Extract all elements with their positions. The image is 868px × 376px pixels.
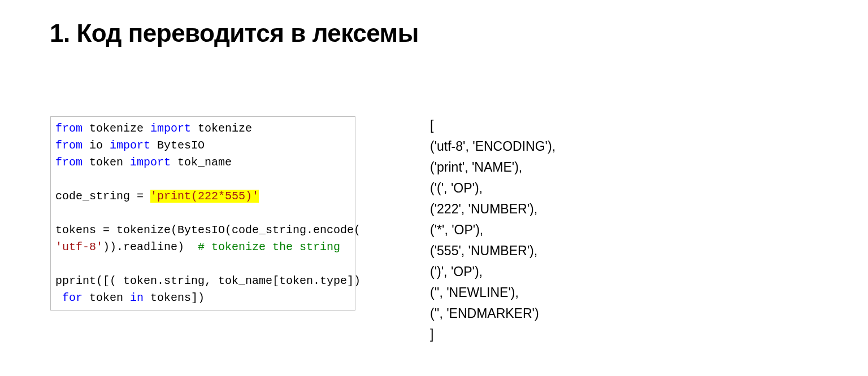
output-line: ('555', 'NUMBER'), bbox=[430, 241, 555, 261]
code-text: tokenize bbox=[191, 122, 252, 135]
code-keyword: from bbox=[55, 122, 83, 135]
code-text: token bbox=[83, 291, 130, 304]
slide-title: 1. Код переводится в лексемы bbox=[50, 19, 419, 47]
code-keyword: import bbox=[130, 156, 171, 169]
code-text: tok_name bbox=[171, 156, 232, 169]
code-text: tokens = tokenize(BytesIO(code_string.en… bbox=[55, 224, 361, 237]
code-string: 'utf-8' bbox=[55, 241, 103, 253]
code-string-highlight: 'print(222*555)' bbox=[150, 190, 259, 203]
output-line: ('', 'ENDMARKER') bbox=[430, 303, 555, 324]
output-line: ('', 'NEWLINE'), bbox=[430, 282, 555, 303]
code-comment: # tokenize the string bbox=[198, 241, 340, 253]
code-keyword: from bbox=[55, 139, 83, 152]
slide: 1. Код переводится в лексемы from tokeni… bbox=[0, 0, 868, 376]
code-keyword: for bbox=[62, 291, 83, 304]
code-keyword: in bbox=[130, 291, 144, 304]
output-line: ('(', 'OP'), bbox=[430, 178, 555, 199]
output-line: ('*', 'OP'), bbox=[430, 220, 555, 241]
code-text: token bbox=[83, 156, 130, 169]
code-text: tokens]) bbox=[144, 291, 205, 304]
code-text: )).readline) bbox=[103, 241, 198, 253]
output-bracket-close: ] bbox=[430, 324, 555, 345]
output-line: ('222', 'NUMBER'), bbox=[430, 199, 555, 220]
code-keyword: import bbox=[150, 122, 191, 135]
code-text: BytesIO bbox=[150, 139, 205, 152]
code-text: pprint([( token.string, tok_name[token.t… bbox=[55, 274, 361, 287]
code-keyword: from bbox=[55, 156, 83, 169]
code-text: io bbox=[83, 139, 110, 152]
code-text: tokenize bbox=[83, 122, 150, 135]
output-line: ('utf-8', 'ENCODING'), bbox=[430, 136, 555, 157]
code-block: from tokenize import tokenize from io im… bbox=[50, 116, 355, 311]
output-line: ('print', 'NAME'), bbox=[430, 157, 555, 178]
code-text: code_string = bbox=[55, 190, 150, 203]
code-keyword: import bbox=[110, 139, 150, 152]
output-block: [ ('utf-8', 'ENCODING'), ('print', 'NAME… bbox=[430, 115, 555, 345]
output-bracket-open: [ bbox=[430, 115, 555, 136]
output-line: (')', 'OP'), bbox=[430, 261, 555, 282]
code-text bbox=[55, 291, 62, 304]
